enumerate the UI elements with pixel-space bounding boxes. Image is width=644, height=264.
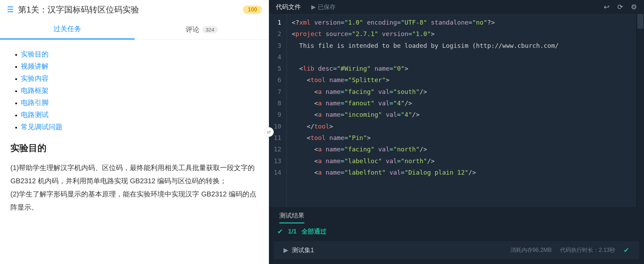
tab-comments[interactable]: 评论 324: [135, 19, 269, 39]
code-editor[interactable]: 1234567891011121314 <?xml version="1.0" …: [269, 14, 636, 207]
section-heading: 实验目的: [10, 142, 259, 154]
pass-fraction: 1/1: [288, 228, 297, 235]
test-set-name: 测试集1: [292, 246, 314, 254]
minimap[interactable]: [636, 14, 644, 207]
editor-actions: ↩ ⟳ ⚙: [604, 3, 637, 11]
line-gutter: 1234567891011121314: [269, 14, 287, 207]
code-panel: 代码文件 ▶ 已保存 ↩ ⟳ ⚙ 1234567891011121314 <?x…: [269, 0, 644, 264]
toc-icon[interactable]: ☰: [7, 5, 14, 14]
section-paragraph: (1)帮助学生理解汉字机内码、区位码，最终能利用相关工具批量获取一段文字的 GB…: [10, 161, 259, 187]
panel-header: ☰ 第1关：汉字国标码转区位码实验 100: [0, 0, 269, 19]
section-paragraph: (2)学生了解字形码显示的基本原理，能在实验环境中实现汉字 GB2312 编码的…: [10, 187, 259, 214]
toc-link[interactable]: 实验目的: [21, 50, 49, 58]
tab-comments-label: 评论: [186, 25, 200, 34]
comment-count: 324: [202, 26, 218, 33]
test-meta: 消耗内存96.2MB 代码执行时长：2.13秒 ✔: [510, 246, 629, 254]
gear-icon[interactable]: ⚙: [631, 3, 637, 11]
save-status: ▶ 已保存: [311, 3, 336, 11]
editor-area: 1234567891011121314 <?xml version="1.0" …: [269, 14, 644, 207]
table-of-contents: 实验目的 视频讲解 实验内容 电路框架 电路引脚 电路测试 常见调试问题: [10, 50, 259, 132]
panel-tabs: 过关任务 评论 324: [0, 19, 269, 40]
chevron-right-icon: ▶: [283, 246, 288, 254]
toc-link[interactable]: 常见调试问题: [21, 123, 62, 131]
editor-header: 代码文件 ▶ 已保存 ↩ ⟳ ⚙: [269, 0, 644, 14]
play-icon: ▶: [311, 3, 316, 11]
instructions-panel: ☰ 第1关：汉字国标码转区位码实验 100 过关任务 评论 324 实验目的 视…: [0, 0, 269, 264]
results-summary: ✔ 1/1 全部通过: [269, 224, 644, 239]
check-icon: ✔: [277, 227, 283, 236]
test-set-row[interactable]: ▶ 测试集1 消耗内存96.2MB 代码执行时长：2.13秒 ✔: [274, 241, 639, 259]
test-results-panel: 测试结果 ✔ 1/1 全部通过 ▶ 测试集1 消耗内存96.2MB 代码执行时长…: [269, 207, 644, 264]
panel-splitter-handle[interactable]: ⇄: [264, 127, 274, 137]
memory-usage: 消耗内存96.2MB: [510, 247, 552, 254]
challenge-title: 第1关：汉字国标码转区位码实验: [18, 4, 243, 15]
score-badge: 100: [243, 6, 262, 14]
code-body[interactable]: <?xml version="1.0" encoding="UTF-8" sta…: [287, 14, 636, 207]
file-tab[interactable]: 代码文件: [276, 3, 301, 11]
results-tab[interactable]: 测试结果: [269, 207, 644, 224]
pass-text: 全部通过: [302, 227, 327, 236]
undo-icon[interactable]: ↩: [604, 3, 610, 11]
saved-text: 已保存: [318, 3, 336, 11]
task-content: 实验目的 视频讲解 实验内容 电路框架 电路引脚 电路测试 常见调试问题 实验目…: [0, 40, 269, 264]
exec-time: 代码执行时长：2.13秒: [560, 247, 615, 254]
toc-link[interactable]: 电路测试: [21, 111, 49, 118]
toc-link[interactable]: 实验内容: [21, 74, 49, 82]
check-icon: ✔: [624, 246, 629, 254]
toc-link[interactable]: 电路框架: [21, 87, 49, 94]
toc-link[interactable]: 电路引脚: [21, 99, 49, 106]
refresh-icon[interactable]: ⟳: [617, 3, 623, 11]
toc-link[interactable]: 视频讲解: [21, 62, 49, 70]
tab-task[interactable]: 过关任务: [0, 19, 135, 39]
